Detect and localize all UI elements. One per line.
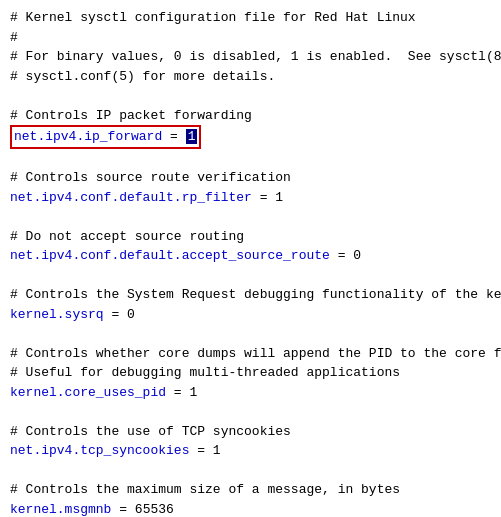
setting-key: net.ipv4.conf.default.rp_filter bbox=[10, 190, 252, 205]
setting-key: net.ipv4.tcp_syncookies bbox=[10, 443, 189, 458]
setting-key: kernel.msgmnb bbox=[10, 502, 111, 517]
line: # Controls source route verification bbox=[10, 168, 491, 188]
setting-key: kernel.core_uses_pid bbox=[10, 385, 166, 400]
line: net.ipv4.tcp_syncookies = 1 bbox=[10, 441, 491, 461]
line: # sysctl.conf(5) for more details. bbox=[10, 67, 491, 87]
setting-value: 65536 bbox=[135, 502, 174, 517]
line: kernel.msgmnb = 65536 bbox=[10, 500, 491, 518]
setting-value: 0 bbox=[127, 307, 135, 322]
setting-key: net.ipv4.ip_forward bbox=[14, 129, 162, 144]
setting-eq: = bbox=[162, 129, 185, 144]
setting-value: 1 bbox=[186, 129, 198, 144]
setting-value: 1 bbox=[275, 190, 283, 205]
line: kernel.core_uses_pid = 1 bbox=[10, 383, 491, 403]
highlight-selection: net.ipv4.ip_forward = 1 bbox=[10, 125, 201, 149]
line: net.ipv4.conf.default.rp_filter = 1 bbox=[10, 188, 491, 208]
line bbox=[10, 324, 491, 344]
setting-eq: = bbox=[189, 443, 212, 458]
setting-eq: = bbox=[104, 307, 127, 322]
line: # Do not accept source routing bbox=[10, 227, 491, 247]
line: # Controls the System Request debugging … bbox=[10, 285, 491, 305]
line: # Controls the maximum size of a message… bbox=[10, 480, 491, 500]
line bbox=[10, 207, 491, 227]
line: # Kernel sysctl configuration file for R… bbox=[10, 8, 491, 28]
line: # Controls the use of TCP syncookies bbox=[10, 422, 491, 442]
line: net.ipv4.conf.default.accept_source_rout… bbox=[10, 246, 491, 266]
line bbox=[10, 266, 491, 286]
line bbox=[10, 149, 491, 169]
setting-value: 0 bbox=[353, 248, 361, 263]
editor: # Kernel sysctl configuration file for R… bbox=[0, 0, 501, 517]
line: net.ipv4.ip_forward = 1 bbox=[10, 125, 491, 149]
setting-value: 1 bbox=[189, 385, 197, 400]
setting-key: net.ipv4.conf.default.accept_source_rout… bbox=[10, 248, 330, 263]
line: # For binary values, 0 is disabled, 1 is… bbox=[10, 47, 491, 67]
line: # Useful for debugging multi-threaded ap… bbox=[10, 363, 491, 383]
setting-value: 1 bbox=[213, 443, 221, 458]
line bbox=[10, 461, 491, 481]
line: # Controls whether core dumps will appen… bbox=[10, 344, 491, 364]
setting-eq: = bbox=[330, 248, 353, 263]
setting-eq: = bbox=[252, 190, 275, 205]
line bbox=[10, 86, 491, 106]
line: # Controls IP packet forwarding bbox=[10, 106, 491, 126]
line bbox=[10, 402, 491, 422]
line: # bbox=[10, 28, 491, 48]
setting-key: kernel.sysrq bbox=[10, 307, 104, 322]
setting-eq: = bbox=[111, 502, 134, 517]
line: kernel.sysrq = 0 bbox=[10, 305, 491, 325]
setting-eq: = bbox=[166, 385, 189, 400]
